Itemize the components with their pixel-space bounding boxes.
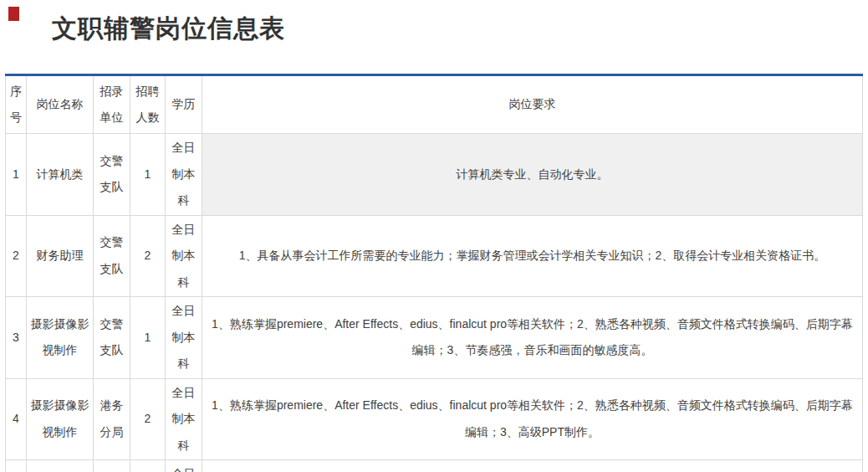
header-row: 序号岗位名称招录单位招聘人数学历岗位要求 (6, 75, 863, 134)
page-title: 文职辅警岗位信息表 (52, 12, 285, 46)
cell-no: 3 (6, 297, 27, 379)
column-header-no: 序号 (6, 75, 27, 134)
table-body: 1计算机类交警支队1全日制本科计算机类专业、自动化专业。2财务助理交警支队2全日… (6, 134, 863, 472)
cell-requirements: 1、具有过硬的文字方面在基本功；有正确的思想方法，写作具有深度和力度；2、有扎实… (202, 460, 863, 472)
cell-count: 1 (130, 297, 166, 379)
cell-education: 全日制本科 (166, 215, 202, 297)
cell-unit: 交警支队 (94, 215, 130, 297)
cell-unit: 港务分局 (94, 378, 130, 460)
red-square-icon (8, 7, 19, 21)
cell-unit: 交警支队 (94, 460, 130, 472)
cell-count: 2 (130, 215, 166, 297)
cell-no: 1 (6, 134, 27, 216)
column-header-requirements: 岗位要求 (202, 75, 863, 134)
cell-requirements: 计算机类专业、自动化专业。 (202, 134, 863, 216)
cell-position: 文字综合 (27, 460, 94, 472)
cell-education: 全日制本科 (166, 297, 202, 379)
table-header: 序号岗位名称招录单位招聘人数学历岗位要求 (6, 75, 863, 134)
cell-position: 摄影摄像影视制作 (27, 378, 94, 460)
cell-count: 1 (130, 134, 166, 216)
cell-education: 全日制本科 (166, 134, 202, 216)
cell-unit: 交警支队 (94, 134, 130, 216)
column-header-position: 岗位名称 (27, 75, 94, 134)
table-row: 1计算机类交警支队1全日制本科计算机类专业、自动化专业。 (6, 134, 863, 216)
column-header-education: 学历 (166, 75, 202, 134)
column-header-unit: 招录单位 (94, 75, 130, 134)
cell-no: 5 (6, 460, 27, 472)
cell-position: 计算机类 (27, 134, 94, 216)
job-positions-table: 序号岗位名称招录单位招聘人数学历岗位要求 1计算机类交警支队1全日制本科计算机类… (5, 74, 863, 472)
column-header-count: 招聘人数 (130, 75, 166, 134)
cell-education: 全日制本科 (166, 378, 202, 460)
table-row: 2财务助理交警支队2全日制本科1、具备从事会计工作所需要的专业能力；掌握财务管理… (6, 215, 863, 297)
cell-unit: 交警支队 (94, 297, 130, 379)
cell-position: 摄影摄像影视制作 (27, 297, 94, 379)
cell-no: 4 (6, 378, 27, 460)
table-row: 5文字综合交警支队2全日制本科1、具有过硬的文字方面在基本功；有正确的思想方法，… (6, 460, 863, 472)
table-row: 4摄影摄像影视制作港务分局2全日制本科1、熟练掌握premiere、After … (6, 378, 863, 460)
page: 文职辅警岗位信息表 序号岗位名称招录单位招聘人数学历岗位要求 1计算机类交警支队… (0, 0, 868, 472)
cell-requirements: 1、具备从事会计工作所需要的专业能力；掌握财务管理或会计学相关专业知识；2、取得… (202, 215, 863, 297)
cell-requirements: 1、熟练掌握premiere、After Effects、edius、final… (202, 378, 863, 460)
table-row: 3摄影摄像影视制作交警支队1全日制本科1、熟练掌握premiere、After … (6, 297, 863, 379)
cell-count: 2 (130, 378, 166, 460)
cell-requirements: 1、熟练掌握premiere、After Effects、edius、final… (202, 297, 863, 379)
cell-count: 2 (130, 460, 166, 472)
cell-education: 全日制本科 (166, 460, 202, 472)
cell-no: 2 (6, 215, 27, 297)
cell-position: 财务助理 (27, 215, 94, 297)
